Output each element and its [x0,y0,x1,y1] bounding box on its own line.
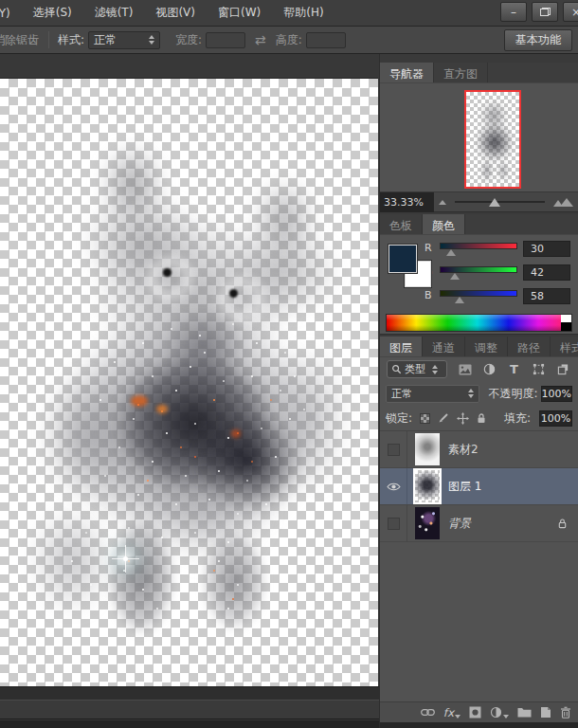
channel-row-g: G 42 [424,264,570,285]
menu-item-view[interactable]: 视图(V) [155,5,207,21]
layer-thumbnail[interactable] [415,433,440,465]
navigator-thumb-blob [476,122,514,162]
stepper-icon [149,35,154,45]
window-controls: – × [500,2,578,22]
lock-paint-icon[interactable] [437,411,450,425]
channel-slider-g[interactable] [440,266,517,273]
channel-label-b: B [424,288,440,301]
channel-slider-thumb-g[interactable] [450,273,460,280]
restore-button[interactable] [532,2,558,22]
menu-item-window[interactable]: 窗口(W) [218,5,272,21]
color-spectrum-ramp[interactable] [386,314,572,332]
height-input[interactable] [306,32,346,48]
tab-histogram[interactable]: 直方图 [434,63,488,82]
spectrum-black-swatch[interactable] [561,322,571,331]
swap-width-height-icon[interactable]: ⇄ [255,32,266,47]
menu-item-select[interactable]: 选择(S) [33,5,83,21]
tab-layers[interactable]: 图层 [380,337,423,356]
nebula-blob [38,371,133,503]
menu-item-help[interactable]: 帮助(H) [283,5,334,21]
delete-layer-trash-icon[interactable] [560,706,571,719]
channel-slider-r[interactable] [440,243,517,249]
width-input[interactable] [206,32,245,48]
channel-value-r[interactable]: 30 [523,241,570,257]
zoom-slider-thumb[interactable] [489,198,500,207]
tab-paths[interactable]: 路径 [508,337,551,356]
menu-item-filter[interactable]: 滤镜(T) [95,5,145,21]
layer-name[interactable]: 素材2 [448,442,479,458]
new-layer-icon[interactable] [540,706,551,719]
new-adjustment-layer-icon[interactable] [490,706,509,719]
channel-label-r: R [424,241,440,254]
menu-item-type[interactable]: (Y) [0,7,22,20]
channel-slider-thumb-r[interactable] [446,249,456,256]
zoom-in-icon[interactable] [553,198,573,207]
lock-transparency-icon[interactable] [418,411,431,425]
layer-row-background[interactable]: 背景 [380,505,578,542]
layer-thumbnail[interactable] [415,470,440,502]
layer-name[interactable]: 背景 [448,516,471,532]
lock-all-icon[interactable] [475,411,488,425]
add-layer-mask-icon[interactable] [469,706,481,719]
panel-column: 导航器 直方图 33.33% 色板 颜色 R [379,54,578,728]
style-label: 样式: [58,32,84,48]
filter-smart-objects-icon[interactable] [556,362,570,376]
blend-mode-select[interactable]: 正常 [386,385,479,403]
style-select-value: 正常 [94,32,145,48]
visibility-toggle[interactable] [380,431,407,467]
tab-adjustments[interactable]: 调整 [465,337,508,356]
opacity-label: 不透明度: [489,386,538,402]
zoom-percent-field[interactable]: 33.33% [380,192,434,212]
layer-row-layer1[interactable]: 图层 1 [380,468,578,505]
layer-filter-type-select[interactable]: 类型 [387,360,447,378]
document-area [0,54,379,728]
panel-gap [380,54,578,63]
nebula-orange-accent [231,429,241,438]
style-select[interactable]: 正常 [88,31,160,49]
navigator-thumb-blob [497,160,509,181]
tab-color[interactable]: 颜色 [423,214,465,234]
visibility-toggle[interactable] [380,505,407,541]
layer-thumbnail[interactable] [415,507,440,539]
channel-slider-b[interactable] [440,290,517,297]
color-panel-body: R 30 G 42 B [380,235,578,334]
width-label: 宽度: [175,32,202,48]
channel-value-b[interactable]: 58 [523,288,570,304]
lock-label: 锁定: [386,410,412,427]
visibility-toggle[interactable] [380,468,407,504]
fill-value-field[interactable]: 100% [539,410,572,427]
layer-style-fx-icon[interactable]: fx [443,707,461,719]
opacity-value-field[interactable]: 100% [541,386,572,402]
workspace-button[interactable]: 基本功能 [504,29,572,51]
zoom-slider[interactable] [455,201,545,203]
tab-navigator[interactable]: 导航器 [380,63,434,82]
document-bottom-bar [0,686,379,700]
navigator-proxy-view[interactable] [464,90,521,189]
layer-row-sucai2[interactable]: 素材2 [380,431,578,468]
photoshop-window: (Y) 选择(S) 滤镜(T) 视图(V) 窗口(W) 帮助(H) – × 消除… [0,0,578,728]
link-layers-icon[interactable] [421,708,435,717]
zoom-out-icon[interactable] [439,200,446,205]
antialias-label: 消除锯齿 [0,32,39,48]
filter-shape-layers-icon[interactable] [532,362,546,376]
nebula-swirl [133,243,208,314]
nebula-blob [28,503,114,617]
tab-swatches[interactable]: 色板 [380,214,423,234]
layer-name[interactable]: 图层 1 [448,479,481,495]
filter-pixel-layers-icon[interactable] [458,362,472,376]
filter-adjustment-layers-icon[interactable] [482,362,497,376]
canvas-artwork[interactable] [0,78,378,686]
tab-styles[interactable]: 样式 [551,337,578,356]
horizontal-scrollbar[interactable] [0,700,379,719]
close-button[interactable]: × [563,2,578,22]
channel-slider-thumb-b[interactable] [455,297,464,303]
channel-value-g[interactable]: 42 [523,264,570,281]
layers-tabbar: 图层 通道 调整 路径 样式 [380,337,578,357]
minimize-button[interactable]: – [500,2,527,22]
tab-channels[interactable]: 通道 [423,337,465,356]
lock-position-icon[interactable] [456,411,469,425]
filter-type-layers-icon[interactable]: T [507,362,521,376]
new-group-folder-icon[interactable] [517,707,532,718]
cat-eye-left [163,268,172,277]
foreground-color-swatch[interactable] [388,245,417,273]
